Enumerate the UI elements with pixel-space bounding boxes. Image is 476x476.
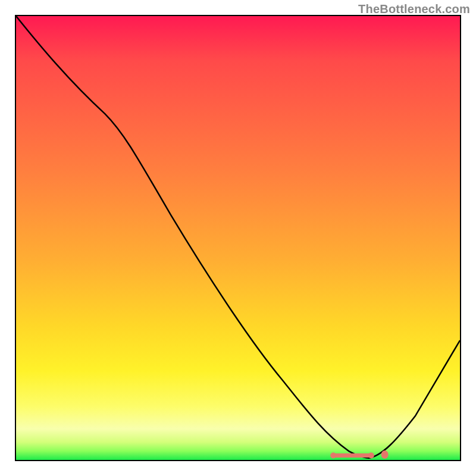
optimal-range-end-icon bbox=[368, 453, 374, 459]
optimal-point-marker bbox=[381, 450, 389, 459]
chart-container: TheBottleneck.com bbox=[0, 0, 476, 476]
bottleneck-curve bbox=[16, 16, 460, 460]
plot-area bbox=[15, 15, 461, 461]
curve-path bbox=[16, 16, 460, 458]
attribution-label: TheBottleneck.com bbox=[358, 2, 470, 16]
optimal-range-start-icon bbox=[330, 453, 336, 459]
optimal-range-marker bbox=[333, 453, 372, 458]
